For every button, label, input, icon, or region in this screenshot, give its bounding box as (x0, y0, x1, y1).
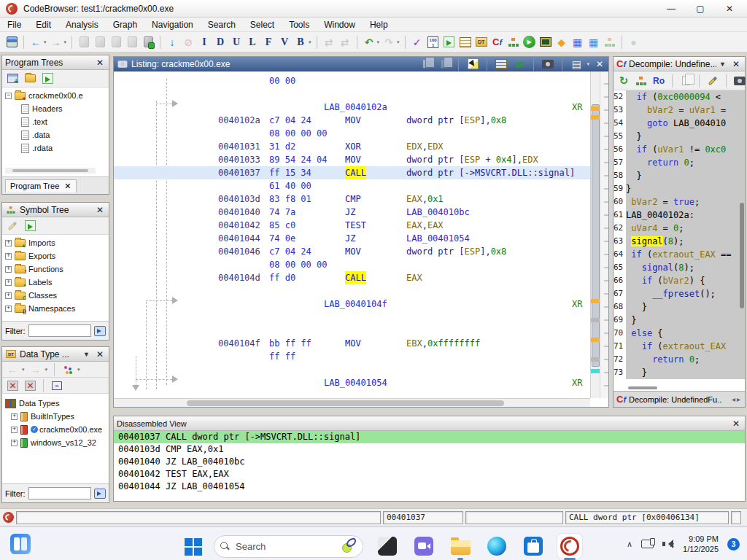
import-icon[interactable] (442, 35, 457, 50)
dt-disable-pointer-icon[interactable] (23, 378, 37, 393)
taskbar-app-chat[interactable] (411, 534, 436, 559)
decompile-line[interactable]: 67 __fpreset(); (614, 287, 745, 300)
listing-row[interactable] (114, 324, 590, 337)
program-tree-tab-close-icon[interactable]: ✕ (64, 182, 71, 190)
memory-map-icon[interactable] (458, 35, 473, 50)
widgets-icon[interactable] (10, 534, 31, 554)
decompile-line[interactable]: 55 } (614, 130, 745, 143)
decompile-line[interactable]: 73 } (614, 366, 745, 379)
binary-view-icon[interactable]: 1001 (426, 35, 441, 50)
decompile-line[interactable]: 61LAB_0040102a: (614, 209, 745, 222)
re-decompile-icon[interactable]: ↻ (616, 74, 631, 88)
data-type-close-icon[interactable]: ✕ (94, 349, 106, 359)
decompiler-icon[interactable]: Cf (490, 35, 505, 50)
listing-row[interactable]: 0040103131 d2XOREDX,EDX (114, 140, 590, 153)
decompile-line[interactable]: 53 bVar2 = uVar1 = (614, 104, 745, 117)
decompile-close-icon[interactable]: ✕ (730, 59, 742, 69)
program-tree-tab[interactable]: Program Tree ✕ (2, 176, 109, 194)
decompile-line[interactable]: 72 return 0; (614, 353, 745, 366)
open-tree-icon[interactable] (23, 71, 37, 86)
symbol-tree-item-exports[interactable]: Exports (2, 249, 109, 262)
symbol-tree-icon[interactable] (506, 35, 521, 50)
symbol-tree-item-labels[interactable]: ●Labels (2, 276, 109, 289)
disassembled-close-icon[interactable]: ✕ (730, 419, 742, 429)
xref-text[interactable]: XR (572, 298, 582, 311)
filter-options-icon[interactable] (94, 326, 106, 336)
menu-graph[interactable]: Graph (106, 18, 144, 31)
listing-row[interactable]: 0040104285 c0TESTEAX,EAX (114, 219, 590, 232)
snapshot-page-icon[interactable] (141, 35, 155, 50)
listing-row[interactable]: 0040104fbb ff ffMOVEBX,0xffffffff (114, 337, 590, 350)
listing-row[interactable]: LAB_00401054XR (114, 376, 590, 389)
listing-menu-icon[interactable]: ▤ (569, 57, 584, 71)
cursor-location-icon[interactable] (465, 57, 480, 71)
back-icon[interactable]: ← (28, 35, 43, 50)
save-icon[interactable] (4, 35, 19, 50)
decompile-tab[interactable]: Cf Decompile: UndefinedFu.. ◂▸ (614, 391, 745, 407)
listing-overview-margin[interactable] (600, 71, 608, 398)
expand-tree-icon[interactable] (40, 71, 55, 86)
forward-icon[interactable]: → (49, 35, 63, 50)
taskbar-app-explorer[interactable] (448, 534, 473, 559)
listing-row[interactable] (114, 88, 590, 101)
close-button[interactable]: ✕ (715, 0, 744, 18)
listing-row[interactable]: LAB_0040104fXR (114, 298, 590, 311)
data-types-root[interactable]: Data Types (2, 397, 109, 410)
symbol-tree-item-namespaces[interactable]: ()Namespaces (2, 302, 109, 315)
listing-row[interactable]: 0040104074 7aJZLAB_004010bc (114, 206, 590, 219)
tray-clock[interactable]: 9:09 PM 1/12/2025 (683, 534, 719, 554)
decompile-line[interactable]: 63 signal(8); (614, 235, 745, 248)
edit-symbol-icon[interactable] (5, 219, 20, 233)
snapshot-icon[interactable] (541, 57, 555, 71)
dt-back-icon[interactable]: ← (5, 362, 20, 377)
help-icon[interactable]: ● (627, 35, 641, 50)
listing-row[interactable]: 0040103d83 f8 01CMPEAX,0x1 (114, 192, 590, 206)
taskbar-app-ghidra[interactable] (557, 534, 582, 559)
listing-vscrollbar[interactable] (590, 71, 600, 398)
notification-badge[interactable]: 3 (727, 538, 740, 551)
decompile-hscrollbar-thumb[interactable] (628, 386, 657, 389)
search-box[interactable]: Search (214, 535, 363, 558)
function-icon[interactable]: F (261, 35, 276, 50)
pull-in-icon[interactable]: ⇄ (322, 35, 336, 50)
symbol-tree-item-functions[interactable]: fFunctions (2, 262, 109, 276)
push-out-icon[interactable]: ⇄ (338, 35, 352, 50)
data-type-item[interactable]: ✓crackme0x00.exe (2, 423, 109, 436)
checkpoint-icon[interactable]: ◆ (554, 35, 569, 50)
symbol-tree-close-icon[interactable]: ✕ (94, 205, 106, 215)
data-type-filter-input[interactable] (28, 487, 92, 499)
variable-icon[interactable]: V (277, 35, 292, 50)
listing-row[interactable]: 0040103389 54 24 04MOVdword ptr [ESP + 0… (114, 153, 590, 166)
data-type-item[interactable]: windows_vs12_32 (2, 436, 109, 449)
xref-text[interactable]: XR (572, 101, 582, 114)
decompile-line[interactable]: 56 if (uVar1 != 0xc0 (614, 143, 745, 156)
listing-row[interactable]: 0040104dff d0CALLEAX (114, 271, 590, 284)
tray-volume-muted-icon[interactable]: ✕ (662, 539, 674, 549)
decompile-line[interactable]: 66 if (bVar2) { (614, 274, 745, 287)
decompile-line[interactable]: 62 uVar4 = 0; (614, 222, 745, 235)
filter-options-icon[interactable] (94, 489, 106, 499)
tree-item[interactable]: .text (2, 115, 109, 128)
decompile-vscrollbar-thumb[interactable] (740, 203, 744, 308)
menu-edit[interactable]: Edit (28, 18, 58, 31)
listing-row[interactable]: 00401037ff 15 34CALLdword ptr [->MSVCRT.… (114, 166, 590, 179)
disabled-icon[interactable]: ⊘ (181, 35, 196, 50)
tree-item[interactable]: .data (2, 128, 109, 141)
listing-hscrollbar-thumb[interactable] (187, 400, 504, 406)
menu-tools[interactable]: Tools (282, 18, 317, 31)
listing-row[interactable] (114, 363, 590, 376)
menu-select[interactable]: Select (243, 18, 282, 31)
menu-help[interactable]: Help (363, 18, 395, 31)
listing-row[interactable]: LAB_0040102aXR (114, 101, 590, 114)
xref-text[interactable]: XR (572, 376, 582, 389)
symbol-tree-header[interactable]: Symbol Tree ✕ (2, 203, 109, 217)
table-icon[interactable]: ▦ (570, 35, 585, 50)
label-icon[interactable]: L (245, 35, 260, 50)
data-type-manager-icon[interactable]: DT (474, 35, 489, 50)
tray-chevron-icon[interactable]: ∧ (627, 540, 632, 549)
dt-disable-filter-icon[interactable] (5, 378, 20, 393)
taskbar-app-store[interactable] (521, 534, 546, 559)
dt-forward-icon[interactable]: → (28, 362, 43, 377)
snapshot-icon[interactable] (732, 74, 747, 88)
listing-hscrollbar[interactable] (114, 398, 590, 407)
